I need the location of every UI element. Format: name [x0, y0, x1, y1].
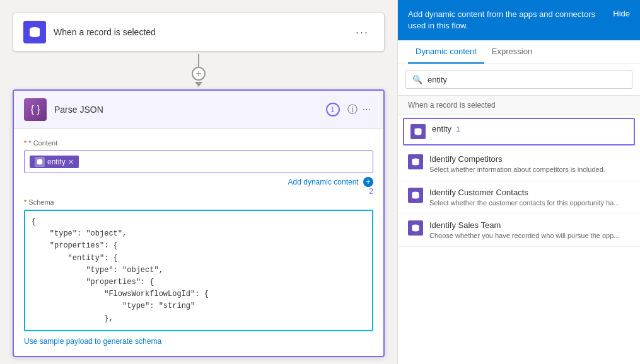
result-competitors-icon — [408, 154, 423, 169]
trigger-more-button[interactable]: ··· — [351, 23, 374, 42]
result-item-sales-team[interactable]: Identify Sales Team Choose whether you h… — [398, 214, 640, 247]
result-item-customer-contacts[interactable]: Identify Customer Contacts Select whethe… — [398, 181, 640, 214]
parse-json-card: { } Parse JSON 1 ⓘ ··· * * Content — [13, 89, 385, 357]
result-entity-title: entity 1 — [432, 124, 627, 134]
parse-card-body: * * Content entity ✕ — [14, 129, 383, 356]
tab-expression[interactable]: Expression — [484, 40, 540, 64]
left-panel: When a record is selected ··· + { } Pars… — [0, 0, 397, 364]
result-sales-title: Identify Sales Team — [429, 220, 630, 230]
connector-arrow — [195, 82, 202, 87]
result-competitors-title: Identify Competitors — [429, 154, 630, 164]
connector-line — [198, 54, 199, 67]
add-step-circle[interactable]: + — [192, 67, 206, 81]
trigger-card: When a record is selected ··· — [13, 13, 385, 52]
search-input[interactable] — [428, 75, 625, 84]
use-sample-link[interactable]: Use sample payload to generate schema — [24, 337, 161, 346]
result-sales-desc: Choose whether you have recorded who wil… — [429, 231, 630, 240]
search-inner: 🔍 — [405, 71, 632, 89]
content-label: * * Content — [24, 139, 373, 147]
result-contacts-icon — [408, 188, 423, 203]
right-panel-header: Add dynamic content from the apps and co… — [398, 0, 640, 40]
result-sales-icon — [408, 220, 423, 236]
entity-tag-icon — [35, 157, 45, 167]
trigger-card-icon — [23, 21, 46, 43]
section-label: When a record is selected — [398, 96, 640, 115]
schema-label: * Schema — [24, 198, 373, 206]
add-dynamic-content: Add dynamic content + — [24, 177, 373, 187]
result-entity-content: entity 1 — [432, 124, 627, 134]
parse-json-title: Parse JSON — [54, 105, 326, 115]
entity-tag-label: entity — [47, 157, 66, 166]
schema-section-number: 2 — [24, 187, 373, 196]
schema-required-star: * — [24, 198, 26, 206]
use-sample-link-container: Use sample payload to generate schema — [24, 336, 373, 346]
entity-tag[interactable]: entity ✕ — [30, 156, 79, 168]
result-item-entity[interactable]: entity 1 — [403, 118, 635, 145]
panel-tabs: Dynamic content Expression — [398, 40, 640, 64]
schema-field[interactable]: { "type": "object", "properties": { "ent… — [24, 210, 373, 331]
result-contacts-desc: Select whether the customer contacts for… — [429, 198, 630, 207]
required-star: * — [24, 139, 26, 147]
parse-info-button[interactable]: ⓘ — [345, 101, 360, 119]
right-panel-header-text: Add dynamic content from the apps and co… — [408, 9, 603, 31]
result-entity-icon — [410, 124, 426, 139]
search-box: 🔍 — [398, 64, 640, 96]
add-dynamic-plus-icon: + — [363, 177, 373, 187]
parse-json-icon: { } — [24, 98, 47, 121]
tab-dynamic-content[interactable]: Dynamic content — [408, 40, 484, 64]
entity-tag-close[interactable]: ✕ — [68, 158, 74, 166]
result-contacts-content: Identify Customer Contacts Select whethe… — [429, 188, 630, 207]
result-item-identify-competitors[interactable]: Identify Competitors Select whether info… — [398, 148, 640, 181]
result-sales-content: Identify Sales Team Choose whether you h… — [429, 220, 630, 240]
parse-card-header: { } Parse JSON 1 ⓘ ··· — [14, 91, 383, 129]
content-field[interactable]: entity ✕ — [24, 151, 373, 173]
result-competitors-desc: Select whether information about competi… — [429, 165, 630, 174]
search-icon: 🔍 — [412, 75, 422, 84]
trigger-title: When a record is selected — [54, 27, 351, 37]
result-competitors-content: Identify Competitors Select whether info… — [429, 154, 630, 174]
result-contacts-title: Identify Customer Contacts — [429, 188, 630, 197]
parse-step-number: 1 — [326, 103, 340, 117]
hide-button[interactable]: Hide — [613, 9, 630, 18]
parse-more-button[interactable]: ··· — [360, 101, 373, 118]
connector: + — [192, 54, 206, 87]
right-panel: Add dynamic content from the apps and co… — [397, 0, 640, 364]
add-dynamic-link[interactable]: Add dynamic content + — [288, 178, 373, 186]
